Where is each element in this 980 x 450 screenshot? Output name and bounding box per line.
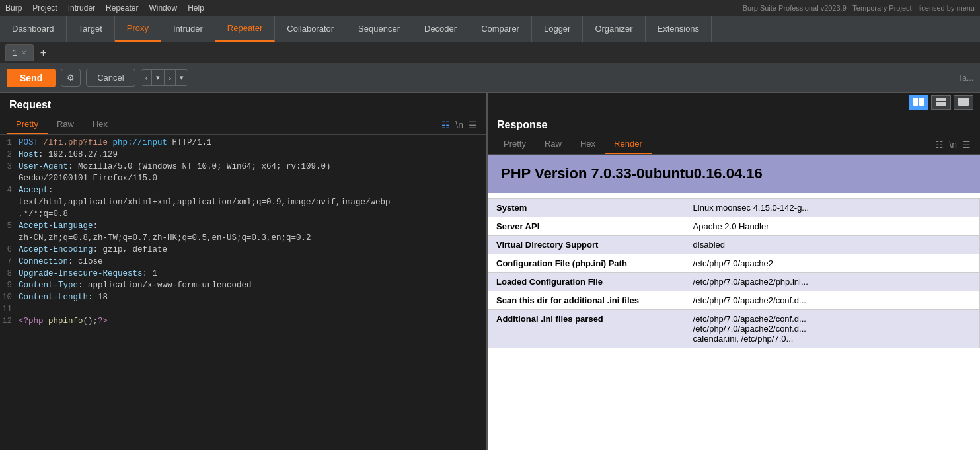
table-cell-label: Scan this dir for additional .ini files — [488, 291, 685, 310]
menu-help[interactable]: Help — [188, 3, 204, 13]
split-icon — [913, 98, 924, 106]
table-cell-value: Apache 2.0 Handler — [685, 217, 979, 236]
table-row: Loaded Configuration File /etc/php/7.0/a… — [488, 273, 980, 291]
next-down-button[interactable]: ▾ — [176, 70, 188, 85]
code-line: 7 Connection: close — [0, 256, 486, 268]
cancel-button[interactable]: Cancel — [86, 69, 135, 87]
table-cell-value: /etc/php/7.0/apache2 — [685, 254, 979, 273]
table-cell-value: /etc/php/7.0/apache2/conf.d.../etc/php/7… — [685, 310, 979, 348]
code-line: ,*/*;q=0.8 — [0, 209, 486, 221]
view-single-btn[interactable] — [954, 95, 973, 110]
request-title: Request — [0, 93, 486, 115]
response-tab-render[interactable]: Render — [605, 135, 652, 154]
tab-repeater[interactable]: Repeater — [215, 16, 275, 42]
horiz-icon — [936, 98, 946, 106]
menu-project[interactable]: Project — [32, 3, 57, 13]
response-tab-hex[interactable]: Hex — [571, 135, 605, 154]
request-tab-pretty[interactable]: Pretty — [7, 115, 48, 134]
tab-comparer[interactable]: Comparer — [469, 16, 532, 42]
table-cell-value: disabled — [685, 236, 979, 254]
gear-icon: ⚙ — [67, 73, 75, 83]
response-menu-icon[interactable]: ☰ — [962, 139, 971, 150]
code-line: 10 Content-Length: 18 — [0, 292, 486, 304]
code-line: 11 — [0, 304, 486, 316]
response-newline-icon[interactable]: \n — [949, 139, 957, 150]
request-panel: Request Pretty Raw Hex ☷ \n ☰ 1 POST /lf… — [0, 93, 488, 450]
table-cell-label: Server API — [488, 217, 685, 236]
table-cell-value: /etc/php/7.0/apache2/conf.d... — [685, 291, 979, 310]
toolbar: Send ⚙ Cancel ‹ ▾ › ▾ Ta... — [0, 63, 980, 93]
tab-collaborator[interactable]: Collaborator — [275, 16, 346, 42]
tab-proxy[interactable]: Proxy — [115, 16, 161, 42]
response-tab-raw[interactable]: Raw — [535, 135, 571, 154]
table-row: Server API Apache 2.0 Handler — [488, 217, 980, 236]
code-line: 1 POST /lfi.php?file=php://input HTTP/1.… — [0, 137, 486, 149]
menu-bar: Burp Project Intruder Repeater Window He… — [0, 0, 980, 16]
request-code-area[interactable]: 1 POST /lfi.php?file=php://input HTTP/1.… — [0, 135, 486, 450]
prev-down-button[interactable]: ▾ — [152, 70, 165, 85]
tab-close[interactable]: ✕ — [21, 49, 26, 56]
menu-window[interactable]: Window — [149, 3, 177, 13]
response-tab-icons: ☷ \n ☰ — [935, 139, 973, 150]
svg-rect-2 — [936, 98, 946, 101]
nav-tabs: Dashboard Target Proxy Intruder Repeater… — [0, 16, 980, 42]
menu-burp[interactable]: Burp — [5, 3, 22, 13]
tab-number: 1 — [13, 48, 17, 57]
code-line: 3 User-Agent: Mozilla/5.0 (Windows NT 10… — [0, 161, 486, 173]
tab-sequencer[interactable]: Sequencer — [346, 16, 412, 42]
single-icon — [958, 98, 969, 106]
prev-button[interactable]: ‹ — [141, 70, 153, 85]
view-horiz-btn[interactable] — [931, 95, 951, 110]
add-tab-button[interactable]: + — [36, 47, 50, 59]
response-tab-pretty[interactable]: Pretty — [494, 135, 535, 154]
menu-intruder[interactable]: Intruder — [68, 3, 95, 13]
svg-rect-3 — [936, 102, 946, 106]
tab-extensions[interactable]: Extensions — [646, 16, 712, 42]
table-row: Additional .ini files parsed /etc/php/7.… — [488, 310, 980, 348]
repeater-tab-1[interactable]: 1 ✕ — [5, 44, 34, 61]
table-cell-label: Additional .ini files parsed — [488, 310, 685, 348]
tab-intruder[interactable]: Intruder — [161, 16, 215, 42]
tab-logger[interactable]: Logger — [532, 16, 583, 42]
code-line: 5 Accept-Language: — [0, 221, 486, 233]
code-line: Gecko/20100101 Firefox/115.0 — [0, 173, 486, 185]
php-info-table: System Linux moonsec 4.15.0-142-g... Ser… — [488, 198, 980, 348]
response-panel-tabs: Pretty Raw Hex Render ☷ \n ☰ — [488, 135, 980, 155]
table-cell-value: /etc/php/7.0/apache2/php.ini... — [685, 273, 979, 291]
table-cell-label: Configuration File (php.ini) Path — [488, 254, 685, 273]
response-top — [488, 93, 980, 112]
newline-icon[interactable]: \n — [455, 120, 463, 130]
svg-rect-1 — [919, 98, 924, 106]
table-cell-label: System — [488, 199, 685, 217]
next-button[interactable]: › — [165, 70, 176, 85]
gear-button[interactable]: ⚙ — [61, 69, 81, 87]
render-area[interactable]: PHP Version 7.0.33-0ubuntu0.16.04.16 Sys… — [488, 155, 980, 450]
request-tab-hex[interactable]: Hex — [83, 115, 117, 134]
tab-organizer[interactable]: Organizer — [583, 16, 645, 42]
inspector-icon[interactable]: ☷ — [441, 120, 450, 130]
php-version-header: PHP Version 7.0.33-0ubuntu0.16.04.16 — [488, 155, 980, 193]
toolbar-right-label: Ta... — [958, 73, 973, 83]
send-button[interactable]: Send — [7, 69, 56, 87]
code-line: 2 Host: 192.168.27.129 — [0, 149, 486, 161]
view-split-btn[interactable] — [909, 95, 928, 110]
table-cell-value: Linux moonsec 4.15.0-142-g... — [685, 199, 979, 217]
menu-repeater[interactable]: Repeater — [106, 3, 138, 13]
code-line: text/html,application/xhtml+xml,applicat… — [0, 197, 486, 209]
nav-arrows: ‹ ▾ › ▾ — [141, 69, 188, 86]
table-row: System Linux moonsec 4.15.0-142-g... — [488, 199, 980, 217]
sub-tabs: 1 ✕ + — [0, 42, 980, 63]
request-tab-raw[interactable]: Raw — [48, 115, 83, 134]
table-cell-label: Loaded Configuration File — [488, 273, 685, 291]
response-inspector-icon[interactable]: ☷ — [935, 139, 944, 150]
code-line: 9 Content-Type: application/x-www-form-u… — [0, 280, 486, 292]
menu-icon[interactable]: ☰ — [469, 120, 477, 130]
response-panel: Response Pretty Raw Hex Render ☷ \n ☰ PH… — [488, 93, 980, 450]
tab-dashboard[interactable]: Dashboard — [0, 16, 67, 42]
tab-target[interactable]: Target — [67, 16, 115, 42]
code-line: 4 Accept: — [0, 185, 486, 197]
request-panel-tabs: Pretty Raw Hex ☷ \n ☰ — [0, 115, 486, 135]
table-row: Scan this dir for additional .ini files … — [488, 291, 980, 310]
tab-decoder[interactable]: Decoder — [412, 16, 469, 42]
code-line: 6 Accept-Encoding: gzip, deflate — [0, 244, 486, 256]
